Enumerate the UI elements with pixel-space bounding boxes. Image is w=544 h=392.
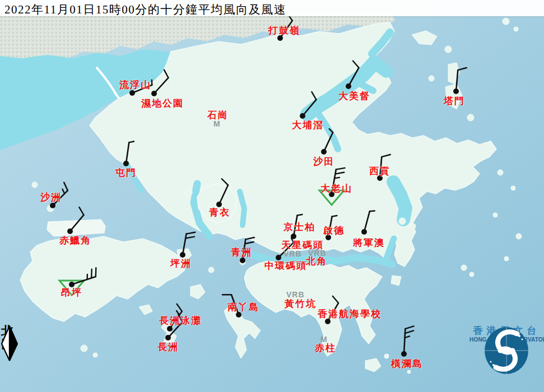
station-barb-layer [0,0,544,392]
station-sha-tin [321,129,333,155]
lung-kwu-chau-islet [32,182,38,188]
tolo-harbour [308,63,374,114]
station-tai-mei-tuk [346,61,359,89]
station-dot [326,235,331,240]
station-label-lau-fau-shan: 流浮山 [119,80,151,90]
east-sea-islet-3 [493,213,497,217]
station-label-sha-chau: 沙洲 [40,193,62,202]
station-dot [180,252,185,258]
east-sea-islet-1 [497,170,503,175]
sea [0,0,544,392]
station-tai-po-kau [300,92,316,119]
hei-ling-chau-island [190,284,205,299]
port-shelter [393,182,406,220]
shenzhen-bay-bridge [96,67,121,101]
east-sea-islet-5 [504,256,509,261]
station-dot [276,255,281,260]
north-compass: 北 N [1,325,24,352]
station-status-stanley: M [320,335,328,343]
station-label-tai-po-kau: 大埔滘 [292,120,324,130]
station-dot [321,149,327,155]
station-dot [151,91,157,96]
station-tsing-yi [216,179,228,207]
ninepin-islet-1 [461,265,467,270]
station-kai-tak [326,216,337,240]
station-wetland-park [151,70,168,96]
station-tseung-kwan-o [361,211,375,235]
station-dot [329,192,334,197]
station-lamma-island [222,295,241,318]
station-label-kings-park: 京士柏 [283,222,315,232]
station-label-cheung-chau: 長洲 [157,342,179,352]
kwai-chung-channel [240,192,244,225]
station-chek-lap-kok [67,207,83,234]
mirs-bay-islet-5 [514,27,518,31]
station-label-north-point: 北角 [306,256,327,266]
station-label-star-ferry-pier: 天星碼頭 [281,240,324,250]
station-dot [50,203,55,208]
soko-island-2 [93,353,97,357]
station-cheung-chau [165,314,182,340]
tap-mun-island-2 [445,84,462,109]
station-dot [346,83,351,89]
station-label-tsing-yi: 青衣 [209,208,230,217]
station-dot [361,229,367,235]
station-tates-cairn [319,168,345,205]
starling-inlet [372,32,390,54]
shek-kwu-chau-island [139,305,152,315]
lantau-island [20,236,185,321]
station-label-ta-kwu-ling: 打鼓嶺 [268,26,300,35]
station-label-lamma-island: 南丫島 [227,302,259,312]
ma-wan-island [185,189,192,196]
crooked-island [412,31,437,45]
hk-wind-map: 打鼓嶺流浮山濕地公園大美督塔門石崗M大埔滘沙田屯門西貢沙洲大老山青衣京士柏啟德將… [0,0,544,392]
tsing-yi-island [197,184,236,223]
station-tuen-mun [123,141,134,166]
cheung-chau-island [161,322,176,344]
new-territories-land [90,22,496,267]
station-central-pier [276,238,294,260]
waglan-islet [407,370,411,374]
mirs-bay-islet-4 [503,18,509,25]
mirs-bay-islet-2 [467,114,474,121]
shenzhen-land [0,14,395,68]
north-label-en: N [1,338,24,352]
station-label-shek-kong: 石崗 [207,110,229,120]
station-ngong-ping [59,268,96,295]
station-lau-fau-shan [129,80,152,96]
station-dot [291,234,296,239]
station-label-sai-kung: 西貢 [369,166,390,176]
station-label-chek-lap-kok: 赤鱲角 [59,236,91,245]
station-sai-kung [377,155,390,181]
base-map [0,0,544,392]
deep-bay [0,49,188,150]
victoria-harbour [248,253,392,264]
station-dot [165,335,171,340]
station-label-tap-mun: 塔門 [444,96,465,106]
station-dot [325,319,331,324]
mirs-bay-islet-1 [429,76,434,81]
station-ta-kwu-ling [277,16,292,41]
station-kings-park [291,214,302,239]
port-shelter-islet-1 [399,218,406,225]
station-green-island [240,237,254,263]
station-dot [129,90,135,96]
sha-chau-islet [47,205,54,212]
station-dot [67,228,73,234]
station-dot [123,161,129,166]
station-status-star-ferry-pier: VRB [283,250,302,258]
junk-bay [385,239,394,261]
station-dot [216,202,222,207]
east-sea-islet-4 [516,234,522,239]
station-waglan-island [401,326,414,357]
station-dot [401,351,407,357]
station-label-cheung-chau-beach: 長洲泳灘 [159,316,202,325]
high-level-station-triangle [59,281,84,295]
beaufort-island [393,363,398,367]
hong-kong-island [244,261,382,356]
station-label-waglan-island: 橫瀾島 [391,359,423,368]
station-label-sha-tin: 沙田 [313,157,334,166]
station-dot [69,282,75,287]
title-bar: 2022年11月01日15時00分的十分鐘平均風向及風速 [0,0,544,16]
hko-logo: 香港天文台 HONG KONG OBSERVATORY [469,325,544,343]
